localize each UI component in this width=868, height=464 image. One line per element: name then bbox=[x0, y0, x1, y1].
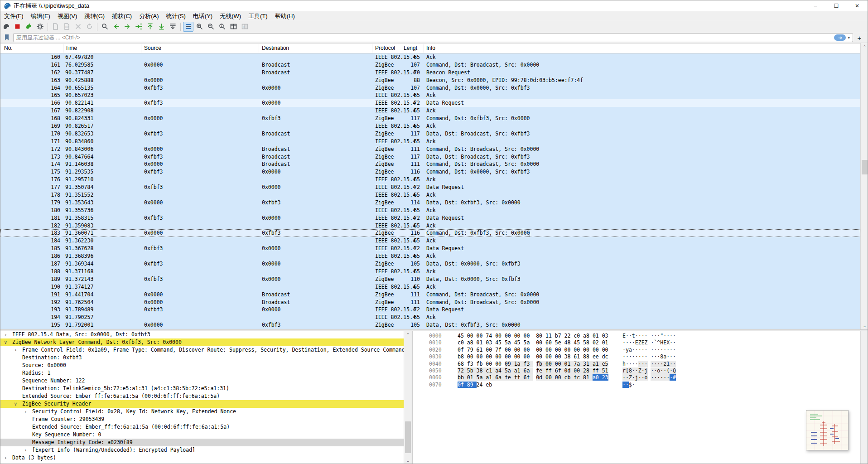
expander-collapsed-icon[interactable]: › bbox=[24, 408, 27, 416]
hex-row-0070[interactable]: 00700f 89 24 eb ··$· bbox=[413, 382, 860, 388]
bookmark-icon[interactable] bbox=[4, 34, 11, 41]
detail-scrollbar-thumb[interactable] bbox=[405, 421, 411, 453]
add-filter-button[interactable]: + bbox=[855, 33, 864, 42]
scroll-up-icon[interactable]: ⌃ bbox=[404, 331, 412, 338]
expander-expanded-icon[interactable]: ∨ bbox=[4, 338, 7, 346]
find-packet-button[interactable] bbox=[100, 22, 110, 32]
detail-row-15[interactable]: ›[Expert Info (Warning/Undecoded): Encry… bbox=[0, 446, 404, 454]
capture-options-button[interactable] bbox=[35, 22, 45, 32]
hex-row-0010[interactable]: 0010c0 a8 01 03 45 5a 45 5a 00 60 5e 48 … bbox=[413, 339, 860, 346]
packet-row-193[interactable]: 19391.7894890xfbf30x0000IEEE 802.15.472D… bbox=[0, 306, 860, 314]
column-length[interactable]: Lengt bbox=[404, 45, 417, 51]
menu-item-4[interactable]: 捕获(C) bbox=[108, 11, 135, 21]
go-first-button[interactable] bbox=[145, 22, 155, 32]
packet-row-176[interactable]: 17691.295710IEEE 802.15.465Ack bbox=[0, 176, 860, 184]
packet-row-174[interactable]: 17491.1460380x0000BroadcastZigBee111Comm… bbox=[0, 160, 860, 168]
detail-row-10[interactable]: ›Security Control Field: 0x28, Key Id: N… bbox=[0, 408, 404, 416]
packet-scrollbar-thumb[interactable] bbox=[862, 160, 868, 174]
column-destination[interactable]: Destination bbox=[262, 45, 289, 51]
close-file-button[interactable] bbox=[73, 22, 83, 32]
packet-row-190[interactable]: 19091.374127IEEE 802.15.465Ack bbox=[0, 283, 860, 291]
minimize-button[interactable]: – bbox=[805, 0, 826, 11]
detail-row-8[interactable]: Extended Source: Ember_ff:fe:6a:a1:5a (0… bbox=[0, 392, 404, 400]
packet-row-187[interactable]: 18791.3693440xfbf30x0000ZigBee105Data, D… bbox=[0, 260, 860, 268]
packet-row-162[interactable]: 16290.377487BroadcastIEEE 802.15.470Beac… bbox=[0, 69, 860, 77]
packet-row-175[interactable]: 17591.2935350xfbf30x0000ZigBee116Command… bbox=[0, 168, 860, 176]
packet-row-194[interactable]: 19491.790257IEEE 802.15.465Ack bbox=[0, 314, 860, 321]
packet-row-171[interactable]: 17190.834860IEEE 802.15.465Ack bbox=[0, 138, 860, 145]
packet-row-167[interactable]: 16790.822908IEEE 802.15.465Ack bbox=[0, 107, 860, 115]
column-no[interactable]: No. bbox=[4, 45, 13, 51]
packet-row-179[interactable]: 17991.3536430x00000xfbf3ZigBee114Data, D… bbox=[0, 199, 860, 207]
apply-filter-button[interactable]: ➜ bbox=[834, 34, 846, 41]
hex-row-0000[interactable]: 000045 00 00 74 00 00 00 00 80 11 b7 22 … bbox=[413, 333, 860, 339]
packet-row-192[interactable]: 19291.7625040x0000BroadcastZigBee111Comm… bbox=[0, 299, 860, 306]
packet-row-170[interactable]: 17090.8326530xfbf3BroadcastZigBee117Data… bbox=[0, 130, 860, 138]
detail-row-16[interactable]: ›Data (3 bytes) bbox=[0, 454, 404, 462]
menu-item-1[interactable]: 编辑(E) bbox=[27, 11, 54, 21]
detail-row-11[interactable]: Frame Counter: 29053439 bbox=[0, 416, 404, 423]
start-capture-button[interactable] bbox=[1, 22, 11, 32]
save-file-button[interactable]: 010 bbox=[62, 22, 72, 32]
packet-row-177[interactable]: 17791.3507840xfbf30x0000IEEE 802.15.472D… bbox=[0, 184, 860, 191]
expander-collapsed-icon[interactable]: › bbox=[4, 454, 7, 462]
packet-row-166[interactable]: 16690.8221410xfbf30x0000IEEE 802.15.472D… bbox=[0, 99, 860, 107]
schematic-preview-window[interactable] bbox=[806, 410, 849, 450]
filter-dropdown-caret-icon[interactable]: ▾ bbox=[848, 35, 850, 40]
expander-collapsed-icon[interactable]: › bbox=[4, 331, 7, 338]
detail-row-1[interactable]: ∨ZigBee Network Layer Command, Dst: 0xfb… bbox=[0, 338, 404, 346]
close-button[interactable]: ✕ bbox=[847, 0, 868, 11]
hex-row-0050[interactable]: 005072 5b 38 c1 a4 5a a1 6a fe ff 6f 0d … bbox=[413, 367, 860, 374]
fit-columns-button[interactable]: 12 bbox=[240, 22, 250, 32]
menu-item-2[interactable]: 视图(V) bbox=[54, 11, 81, 21]
resize-columns-button[interactable] bbox=[228, 22, 239, 32]
display-filter-field[interactable]: 应用显示过滤器 ... <Ctrl-/> ➜ ▾ bbox=[13, 33, 853, 42]
column-protocol[interactable]: Protocol bbox=[375, 45, 395, 51]
expander-collapsed-icon[interactable]: › bbox=[24, 446, 27, 454]
packet-row-183[interactable]: 18391.3600710x00000xfbf3ZigBee116Command… bbox=[0, 229, 860, 237]
menu-item-5[interactable]: 分析(A) bbox=[135, 11, 162, 21]
detail-pane-scrollbar[interactable]: ⌃ ⌄ bbox=[404, 331, 412, 464]
scroll-down-icon[interactable]: ⌄ bbox=[861, 322, 868, 329]
packet-row-180[interactable]: 18091.355736IEEE 802.15.465Ack bbox=[0, 207, 860, 214]
detail-row-0[interactable]: ›IEEE 802.15.4 Data, Src: 0x0000, Dst: 0… bbox=[0, 331, 404, 338]
menu-item-0[interactable]: 文件(F) bbox=[0, 11, 27, 21]
packet-row-191[interactable]: 19191.4417040x0000BroadcastZigBee111Comm… bbox=[0, 291, 860, 299]
scroll-up-icon[interactable]: ⌃ bbox=[861, 43, 868, 51]
menu-item-8[interactable]: 无线(W) bbox=[216, 11, 245, 21]
packet-row-178[interactable]: 17891.351552IEEE 802.15.465Ack bbox=[0, 191, 860, 199]
detail-row-5[interactable]: Radius: 1 bbox=[0, 369, 404, 377]
detail-row-2[interactable]: ›Frame Control Field: 0x1a09, Frame Type… bbox=[0, 346, 404, 354]
column-time[interactable]: Time bbox=[65, 45, 77, 51]
packet-row-163[interactable]: 16390.4258880x0000ZigBee88Beacon, Src: 0… bbox=[0, 77, 860, 84]
restart-capture-button[interactable] bbox=[24, 22, 34, 32]
detail-row-9[interactable]: ∨ZigBee Security Header bbox=[0, 400, 404, 408]
expander-collapsed-icon[interactable]: › bbox=[14, 346, 17, 354]
packet-row-169[interactable]: 16990.826517IEEE 802.15.465Ack bbox=[0, 122, 860, 130]
packet-row-164[interactable]: 16490.6551350xfbf30x0000ZigBee107Command… bbox=[0, 84, 860, 92]
go-last-button[interactable] bbox=[156, 22, 167, 32]
packet-row-188[interactable]: 18891.371168IEEE 802.15.465Ack bbox=[0, 268, 860, 276]
detail-row-7[interactable]: Destination: TelinkSemico_5b:72:e5:a1:31… bbox=[0, 385, 404, 392]
packet-row-189[interactable]: 18991.3721430xfbf30x0000ZigBee110Data, D… bbox=[0, 276, 860, 283]
open-file-button[interactable] bbox=[50, 22, 61, 32]
packet-row-195[interactable]: 19591.7920010x00000xfbf3ZigBee105Data, D… bbox=[0, 321, 860, 329]
hex-row-0030[interactable]: 0030b8 00 00 00 00 00 00 00 00 00 00 38 … bbox=[413, 353, 860, 360]
packet-row-184[interactable]: 18491.362230IEEE 802.15.465Ack bbox=[0, 237, 860, 245]
go-forward-button[interactable] bbox=[122, 22, 133, 32]
go-back-button[interactable] bbox=[111, 22, 121, 32]
packet-row-165[interactable]: 16590.657023IEEE 802.15.465Ack bbox=[0, 92, 860, 99]
go-to-packet-button[interactable] bbox=[134, 22, 144, 32]
zoom-in-button[interactable] bbox=[194, 22, 205, 32]
menu-item-6[interactable]: 统计(S) bbox=[162, 11, 189, 21]
bytes-pane-scrollbar[interactable] bbox=[860, 331, 868, 464]
hex-row-0040[interactable]: 004068 f3 fb 00 00 09 1a f3 fb 00 00 01 … bbox=[413, 361, 860, 367]
menu-item-3[interactable]: 跳转(G) bbox=[81, 11, 108, 21]
reload-file-button[interactable] bbox=[84, 22, 95, 32]
column-source[interactable]: Source bbox=[144, 45, 161, 51]
detail-row-12[interactable]: Extended Source: Ember_ff:fe:6a:a1:5a (0… bbox=[0, 423, 404, 431]
detail-row-14[interactable]: Message Integrity Code: a0230f89 bbox=[0, 439, 404, 446]
menu-item-7[interactable]: 电话(Y) bbox=[189, 11, 216, 21]
packet-row-168[interactable]: 16890.8243310x00000xfbf3ZigBee117Command… bbox=[0, 115, 860, 122]
normal-size-button[interactable]: 1 bbox=[217, 22, 227, 32]
